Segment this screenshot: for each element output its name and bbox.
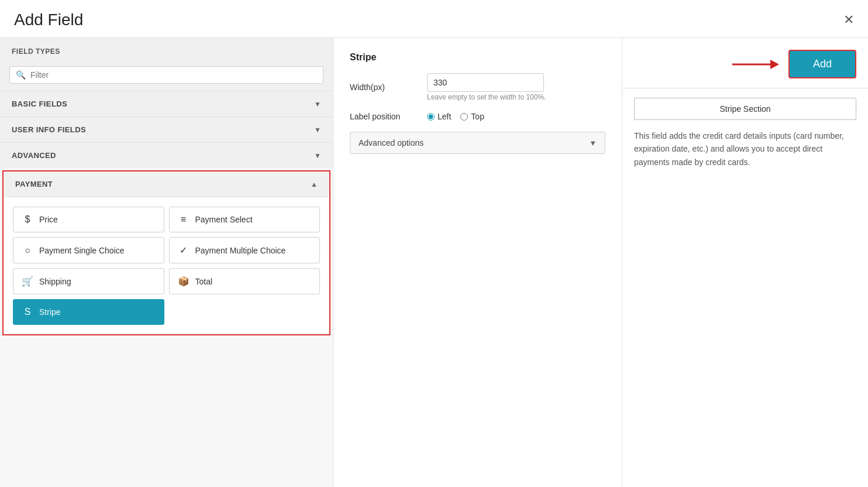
radio-left[interactable] bbox=[427, 113, 435, 121]
stripe-section-box: Stripe Section bbox=[634, 98, 856, 120]
chevron-down-icon: ▼ bbox=[314, 100, 321, 108]
label-position-radio-group: Left Top bbox=[427, 112, 484, 121]
payment-header[interactable]: PAYMENT ▲ bbox=[4, 172, 329, 197]
basic-fields-label: BASIC FIELDS bbox=[12, 100, 67, 108]
config-section-title: Stripe bbox=[350, 52, 605, 63]
total-icon: 📦 bbox=[178, 276, 190, 287]
add-button[interactable]: Add bbox=[788, 50, 856, 78]
chevron-down-icon-3: ▼ bbox=[314, 152, 321, 160]
middle-panel: Stripe Width(px) Leave empty to set the … bbox=[333, 38, 622, 487]
advanced-options-row[interactable]: Advanced options ▼ bbox=[350, 132, 605, 154]
payment-select-icon: ≡ bbox=[178, 214, 190, 225]
width-hint: Leave empty to set the width to 100%. bbox=[427, 93, 546, 101]
radio-left-label[interactable]: Left bbox=[427, 112, 451, 121]
advanced-options-label: Advanced options bbox=[359, 138, 423, 148]
advanced-label: ADVANCED bbox=[12, 151, 56, 160]
right-panel: Add Stripe Section This field adds the c… bbox=[622, 38, 868, 487]
field-types-label: FIELD TYPES bbox=[0, 38, 333, 61]
field-btn-payment-single-choice[interactable]: ○ Payment Single Choice bbox=[13, 237, 164, 263]
chevron-up-icon: ▲ bbox=[311, 180, 318, 188]
shipping-icon: 🛒 bbox=[22, 276, 33, 287]
radio-left-text: Left bbox=[438, 112, 451, 121]
shipping-label: Shipping bbox=[39, 277, 71, 286]
payment-grid: $ Price ≡ Payment Select ○ Payment Singl… bbox=[4, 197, 329, 334]
payment-label: PAYMENT bbox=[15, 180, 53, 188]
close-button[interactable]: ✕ bbox=[843, 13, 854, 26]
filter-input-wrap: 🔍 bbox=[9, 66, 323, 84]
svg-marker-1 bbox=[770, 60, 779, 69]
advanced-chevron-down-icon: ▼ bbox=[589, 139, 597, 148]
radio-top-label[interactable]: Top bbox=[460, 112, 484, 121]
search-icon: 🔍 bbox=[16, 70, 26, 80]
right-top: Add bbox=[622, 38, 868, 88]
payment-single-choice-label: Payment Single Choice bbox=[39, 246, 125, 255]
user-info-fields-label: USER INFO FIELDS bbox=[12, 125, 86, 134]
field-btn-shipping[interactable]: 🛒 Shipping bbox=[13, 268, 164, 294]
field-btn-total[interactable]: 📦 Total bbox=[169, 268, 321, 294]
width-row: Width(px) Leave empty to set the width t… bbox=[350, 73, 605, 101]
arrow-icon bbox=[732, 56, 779, 73]
stripe-description: This field adds the credit card details … bbox=[634, 129, 856, 169]
field-btn-payment-multiple-choice[interactable]: ✓ Payment Multiple Choice bbox=[169, 237, 321, 263]
section-basic-fields[interactable]: BASIC FIELDS ▼ bbox=[0, 91, 333, 116]
left-panel: FIELD TYPES 🔍 BASIC FIELDS ▼ USER INFO F… bbox=[0, 38, 333, 487]
radio-top[interactable] bbox=[460, 113, 468, 121]
modal-title: Add Field bbox=[14, 11, 83, 29]
price-icon: $ bbox=[22, 214, 33, 225]
section-advanced[interactable]: ADVANCED ▼ bbox=[0, 142, 333, 168]
width-input[interactable] bbox=[427, 73, 544, 92]
chevron-down-icon-2: ▼ bbox=[314, 126, 321, 134]
modal-body: FIELD TYPES 🔍 BASIC FIELDS ▼ USER INFO F… bbox=[0, 38, 868, 487]
payment-single-choice-icon: ○ bbox=[22, 245, 33, 256]
label-position-label: Label position bbox=[350, 112, 420, 121]
filter-input[interactable] bbox=[30, 70, 317, 80]
section-user-info-fields[interactable]: USER INFO FIELDS ▼ bbox=[0, 116, 333, 142]
field-btn-payment-select[interactable]: ≡ Payment Select bbox=[169, 207, 321, 232]
modal-header: Add Field ✕ bbox=[0, 0, 868, 38]
payment-multiple-choice-icon: ✓ bbox=[178, 245, 190, 256]
field-btn-stripe[interactable]: S Stripe bbox=[13, 299, 164, 325]
field-btn-price[interactable]: $ Price bbox=[13, 207, 164, 232]
label-position-row: Label position Left Top bbox=[350, 112, 605, 121]
price-label: Price bbox=[39, 215, 58, 224]
width-input-group: Leave empty to set the width to 100%. bbox=[427, 73, 546, 101]
payment-multiple-choice-label: Payment Multiple Choice bbox=[195, 246, 286, 255]
stripe-icon: S bbox=[22, 307, 33, 317]
filter-container: 🔍 bbox=[0, 61, 333, 91]
arrow-right bbox=[732, 56, 779, 73]
payment-section: PAYMENT ▲ $ Price ≡ Payment Select bbox=[2, 170, 330, 335]
width-label: Width(px) bbox=[350, 83, 420, 92]
add-field-modal: Add Field ✕ FIELD TYPES 🔍 BASIC FIELDS ▼… bbox=[0, 0, 868, 487]
radio-top-text: Top bbox=[471, 112, 484, 121]
payment-select-label: Payment Select bbox=[195, 215, 253, 224]
total-label: Total bbox=[195, 277, 213, 286]
stripe-label: Stripe bbox=[39, 307, 61, 317]
